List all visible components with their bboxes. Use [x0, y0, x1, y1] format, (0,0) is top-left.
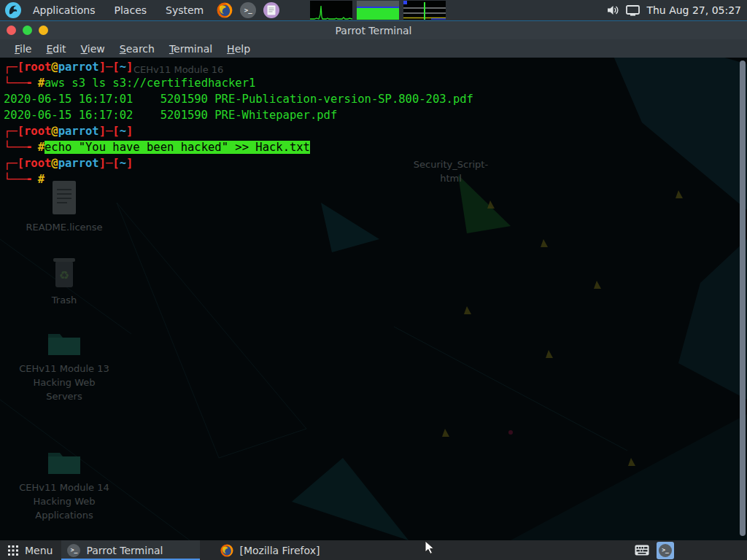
memory-graph-icon — [357, 1, 399, 20]
volume-icon[interactable] — [607, 4, 619, 16]
top-panel: Applications Places System >_ — [0, 0, 747, 20]
terminal-menubar: File Edit View Search Terminal Help — [0, 39, 747, 58]
prompt-separator: ]─[ — [99, 125, 120, 138]
prompt-separator: ]─[ — [99, 61, 120, 74]
prompt-corner: ┌─[ — [4, 157, 24, 170]
network-graph-icon — [403, 1, 446, 20]
task-mozilla-firefox[interactable]: [Mozilla Firefox] — [214, 540, 353, 560]
prompt-user: root — [24, 125, 51, 138]
prompt-corner: ┌─[ — [4, 125, 24, 138]
system-monitor-applet[interactable] — [310, 1, 446, 20]
prompt-path: ~ — [120, 61, 126, 74]
prompt-host: parrot — [58, 157, 99, 170]
files-launcher-icon[interactable] — [263, 2, 279, 18]
prompt-close: ] — [126, 61, 133, 74]
display-icon[interactable] — [626, 5, 640, 16]
terminal-content[interactable]: ┌─[root@parrot]─[~] └──╼ #aws s3 ls s3:/… — [0, 58, 747, 540]
taskbar: Menu >_ Parrot Terminal [Mozilla Firefox… — [0, 540, 747, 560]
task-label: [Mozilla Firefox] — [239, 545, 320, 556]
terminal-glyph-icon: >_ — [659, 544, 672, 557]
prompt-host: parrot — [58, 61, 99, 74]
keyboard-layout-icon[interactable] — [635, 545, 649, 556]
prompt-corner-bottom: └──╼ — [4, 141, 38, 154]
task-parrot-terminal[interactable]: >_ Parrot Terminal — [61, 540, 200, 560]
prompt-user: root — [24, 61, 51, 74]
prompt-path: ~ — [120, 125, 126, 138]
menu-applications[interactable]: Applications — [25, 0, 104, 20]
cpu-graph-icon — [310, 1, 352, 20]
selected-command-text: echo "You have been hacked" >> Hack.txt — [44, 141, 310, 154]
grid-menu-icon — [7, 545, 19, 556]
prompt-at: @ — [51, 125, 58, 138]
terminal-line-prompt: ┌─[root@parrot]─[~] — [4, 155, 737, 171]
terminal-glyph: >_ — [71, 547, 78, 553]
firefox-launcher-icon[interactable] — [217, 2, 233, 18]
terminal-glyph: >_ — [662, 547, 669, 553]
terminal-launcher-icon[interactable]: >_ — [240, 2, 256, 18]
prompt-at: @ — [51, 157, 58, 170]
prompt-separator: ]─[ — [99, 157, 120, 170]
prompt-corner-bottom: └──╼ — [4, 77, 38, 90]
command-text: aws s3 ls s3://certifiedhacker1 — [44, 77, 255, 90]
prompt-path: ~ — [120, 157, 126, 170]
terminal-glyph: >_ — [244, 7, 252, 14]
terminal-line-output: 2020-06-15 16:17:02 5201590 PRE-Whitepap… — [4, 107, 737, 123]
menu-search[interactable]: Search — [112, 42, 162, 56]
terminal-window: Parrot Terminal File Edit View Search Te… — [0, 20, 747, 540]
prompt-hash: # — [38, 141, 44, 154]
prompt-hash: # — [38, 77, 44, 90]
task-label: Parrot Terminal — [86, 545, 163, 556]
menu-view[interactable]: View — [74, 42, 112, 56]
taskbar-menu-label: Menu — [25, 545, 53, 556]
terminal-line-prompt: ┌─[root@parrot]─[~] — [4, 59, 737, 75]
prompt-close: ] — [126, 125, 133, 138]
menu-edit[interactable]: Edit — [39, 42, 73, 56]
mouse-cursor — [424, 540, 436, 555]
terminal-task-icon: >_ — [67, 544, 80, 557]
prompt-user: root — [24, 157, 51, 170]
active-window-tray-icon[interactable]: >_ — [657, 542, 674, 559]
taskbar-right: >_ — [635, 542, 747, 559]
taskbar-menu-button[interactable]: Menu — [0, 540, 61, 560]
prompt-corner-bottom: └──╼ — [4, 173, 38, 186]
prompt-at: @ — [51, 61, 58, 74]
menu-system[interactable]: System — [158, 0, 212, 20]
prompt-corner: ┌─[ — [4, 61, 24, 74]
terminal-line-command: └──╼ #aws s3 ls s3://certifiedhacker1 — [4, 75, 737, 91]
menu-file[interactable]: File — [7, 42, 39, 56]
menu-terminal[interactable]: Terminal — [162, 42, 220, 56]
terminal-line-cursor: └──╼ # — [4, 171, 737, 187]
parrot-logo-icon[interactable] — [4, 1, 22, 19]
panel-right: Thu Aug 27, 05:27 — [607, 0, 741, 20]
terminal-scrollbar[interactable] — [740, 61, 746, 536]
panel-left: Applications Places System >_ — [0, 0, 282, 20]
prompt-hash: # — [38, 173, 44, 186]
window-title: Parrot Terminal — [0, 25, 747, 36]
prompt-close: ] — [126, 157, 133, 170]
terminal-line-prompt: ┌─[root@parrot]─[~] — [4, 123, 737, 139]
menu-places[interactable]: Places — [107, 0, 155, 20]
terminal-titlebar[interactable]: Parrot Terminal — [0, 20, 747, 39]
firefox-task-icon — [220, 544, 233, 557]
menu-help[interactable]: Help — [220, 42, 258, 56]
terminal-line-command: └──╼ #echo "You have been hacked" >> Hac… — [4, 139, 737, 155]
clock[interactable]: Thu Aug 27, 05:27 — [646, 4, 741, 16]
terminal-line-output: 2020-06-15 16:17:01 5201590 PRE-Publicat… — [4, 91, 737, 107]
prompt-host: parrot — [58, 125, 99, 138]
